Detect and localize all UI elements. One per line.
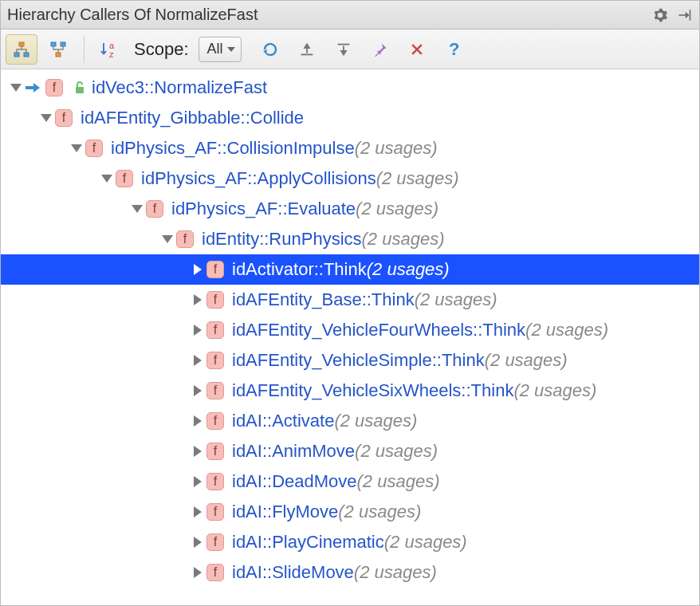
tree-node[interactable]: fidAFEntity_VehicleSixWheels::Think(2 us… bbox=[1, 376, 699, 406]
pin-tab-button[interactable] bbox=[364, 34, 396, 65]
node-label[interactable]: idPhysics_AF::ApplyCollisions bbox=[141, 168, 376, 189]
tree-node[interactable]: fidAFEntity_VehicleFourWheels::Think(2 u… bbox=[1, 315, 699, 345]
svg-rect-4 bbox=[51, 42, 56, 46]
disclosure-triangle[interactable] bbox=[37, 103, 55, 133]
tree-node[interactable]: fidAFEntity_Gibbable::Collide bbox=[1, 103, 699, 133]
node-label[interactable]: idPhysics_AF::CollisionImpulse bbox=[111, 138, 355, 159]
usages-count: (2 usages) bbox=[415, 289, 497, 310]
function-badge-icon: f bbox=[206, 291, 224, 309]
function-badge-icon: f bbox=[206, 473, 224, 490]
function-badge-icon: f bbox=[206, 443, 224, 460]
lock-open-icon bbox=[71, 80, 88, 96]
gear-icon[interactable] bbox=[651, 6, 669, 24]
disclosure-triangle[interactable] bbox=[189, 406, 206, 436]
svg-rect-0 bbox=[19, 42, 24, 46]
tree-node[interactable]: fidAI::FlyMove(2 usages) bbox=[1, 497, 699, 527]
disclosure-triangle[interactable] bbox=[189, 285, 206, 315]
caller-hierarchy-button[interactable] bbox=[6, 34, 37, 65]
node-label[interactable]: idAFEntity_VehicleFourWheels::Think bbox=[232, 320, 525, 340]
node-label[interactable]: idAFEntity_Gibbable::Collide bbox=[81, 108, 304, 128]
tree-node[interactable]: fidVec3::NormalizeFast bbox=[1, 73, 699, 103]
usages-count: (2 usages) bbox=[334, 411, 417, 431]
tree-node[interactable]: fidAI::Activate(2 usages) bbox=[1, 406, 699, 436]
scope-dropdown[interactable]: All bbox=[199, 37, 242, 62]
disclosure-triangle[interactable] bbox=[189, 254, 206, 285]
function-badge-icon: f bbox=[206, 261, 224, 278]
disclosure-triangle[interactable] bbox=[189, 345, 206, 376]
node-label[interactable]: idAI::PlayCinematic bbox=[232, 532, 384, 553]
node-label[interactable]: idActivator::Think bbox=[232, 259, 367, 280]
disclosure-triangle[interactable] bbox=[189, 466, 206, 497]
call-tree[interactable]: fidVec3::NormalizeFastfidAFEntity_Gibbab… bbox=[1, 69, 699, 605]
tree-node[interactable]: fidEntity::RunPhysics(2 usages) bbox=[1, 224, 699, 254]
tree-node[interactable]: fidAI::PlayCinematic(2 usages) bbox=[1, 527, 699, 557]
node-label[interactable]: idAI::AnimMove bbox=[232, 441, 355, 462]
callee-hierarchy-button[interactable] bbox=[42, 34, 74, 65]
svg-rect-1 bbox=[14, 53, 19, 57]
svg-rect-2 bbox=[24, 53, 29, 57]
function-badge-icon: f bbox=[45, 79, 63, 96]
tree-node[interactable]: fidAI::SlideMove(2 usages) bbox=[1, 557, 699, 588]
function-badge-icon: f bbox=[85, 140, 103, 157]
usages-count: (2 usages) bbox=[485, 350, 568, 371]
disclosure-triangle[interactable] bbox=[189, 527, 206, 557]
tree-node[interactable]: fidAFEntity_Base::Think(2 usages) bbox=[1, 285, 699, 315]
function-badge-icon: f bbox=[206, 503, 224, 521]
tree-node[interactable]: fidAFEntity_VehicleSimple::Think(2 usage… bbox=[1, 345, 699, 376]
node-label[interactable]: idAI::DeadMove bbox=[232, 471, 357, 492]
node-label[interactable]: idAI::Activate bbox=[232, 411, 334, 431]
node-label[interactable]: idPhysics_AF::Evaluate bbox=[171, 199, 356, 219]
disclosure-triangle[interactable] bbox=[7, 73, 25, 103]
usages-count: (2 usages) bbox=[362, 229, 445, 250]
svg-text:z: z bbox=[109, 49, 114, 59]
tree-node[interactable]: fidPhysics_AF::CollisionImpulse(2 usages… bbox=[1, 133, 699, 163]
hierarchy-panel: Hierarchy Callers Of NormalizeFast bbox=[0, 0, 700, 606]
disclosure-triangle[interactable] bbox=[68, 133, 85, 163]
usages-count: (2 usages) bbox=[525, 320, 608, 340]
node-label[interactable]: idAFEntity_VehicleSixWheels::Think bbox=[232, 380, 513, 401]
usages-count: (2 usages) bbox=[355, 441, 438, 462]
usages-count: (2 usages) bbox=[354, 562, 437, 583]
disclosure-triangle[interactable] bbox=[98, 163, 116, 194]
tree-node[interactable]: fidPhysics_AF::Evaluate(2 usages) bbox=[1, 194, 699, 224]
svg-rect-5 bbox=[61, 42, 65, 46]
refresh-button[interactable] bbox=[254, 34, 286, 65]
hide-panel-icon[interactable] bbox=[675, 6, 693, 24]
tree-node[interactable]: fidAI::DeadMove(2 usages) bbox=[1, 466, 699, 497]
autoscroll-from-source-button[interactable] bbox=[328, 34, 360, 65]
node-label[interactable]: idVec3::NormalizeFast bbox=[92, 77, 267, 98]
node-label[interactable]: idAFEntity_Base::Think bbox=[232, 289, 415, 310]
toolbar: a z Scope: All ? bbox=[1, 30, 699, 69]
node-label[interactable]: idAFEntity_VehicleSimple::Think bbox=[232, 350, 485, 371]
svg-text:?: ? bbox=[449, 40, 459, 59]
disclosure-triangle[interactable] bbox=[189, 557, 206, 588]
function-badge-icon: f bbox=[176, 230, 194, 248]
usages-count: (2 usages) bbox=[513, 380, 596, 401]
toolbar-separator bbox=[84, 36, 85, 63]
usages-count: (2 usages) bbox=[338, 502, 421, 522]
disclosure-triangle[interactable] bbox=[189, 376, 206, 406]
autoscroll-to-source-button[interactable] bbox=[291, 34, 323, 65]
function-badge-icon: f bbox=[206, 321, 224, 339]
help-button[interactable]: ? bbox=[438, 34, 470, 65]
node-label[interactable]: idAI::FlyMove bbox=[232, 502, 338, 522]
disclosure-triangle[interactable] bbox=[189, 315, 206, 345]
node-label[interactable]: idEntity::RunPhysics bbox=[202, 229, 362, 250]
disclosure-triangle[interactable] bbox=[159, 224, 176, 254]
close-button[interactable] bbox=[401, 34, 433, 65]
target-arrow-icon bbox=[25, 80, 42, 96]
usages-count: (2 usages) bbox=[356, 199, 438, 219]
node-label[interactable]: idAI::SlideMove bbox=[232, 562, 354, 583]
disclosure-triangle[interactable] bbox=[189, 436, 206, 466]
disclosure-triangle[interactable] bbox=[128, 194, 146, 224]
scope-value: All bbox=[207, 41, 223, 57]
tree-node[interactable]: fidActivator::Think(2 usages) bbox=[1, 254, 699, 285]
sort-alpha-button[interactable]: a z bbox=[94, 34, 126, 65]
tree-node[interactable]: fidAI::AnimMove(2 usages) bbox=[1, 436, 699, 466]
panel-titlebar: Hierarchy Callers Of NormalizeFast bbox=[1, 1, 699, 30]
svg-rect-9 bbox=[76, 87, 84, 93]
disclosure-triangle[interactable] bbox=[189, 497, 206, 527]
tree-node[interactable]: fidPhysics_AF::ApplyCollisions(2 usages) bbox=[1, 163, 699, 194]
usages-count: (2 usages) bbox=[367, 259, 450, 280]
usages-count: (2 usages) bbox=[355, 138, 438, 159]
